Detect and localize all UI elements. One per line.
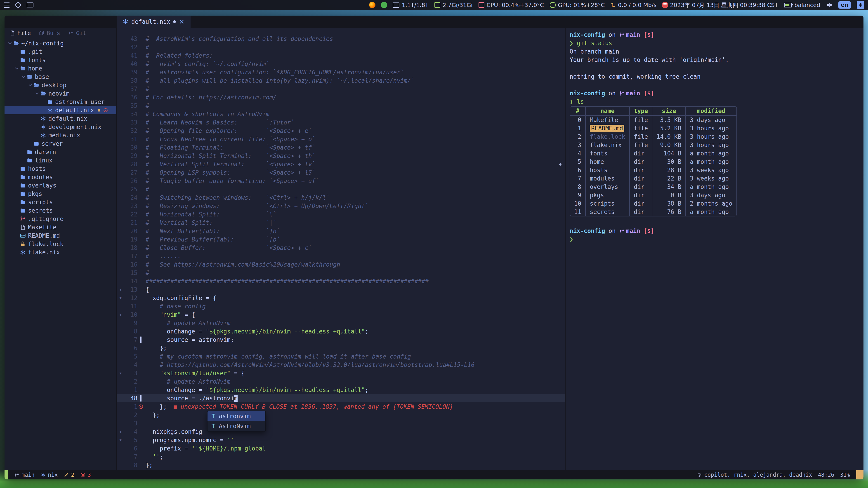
editor-line[interactable]: 43# AstroNvim's configuration and all it… [117, 35, 565, 43]
tree-item-fonts[interactable]: fonts [4, 56, 116, 64]
editor-line[interactable]: 15# [117, 269, 565, 277]
tree-item-default.nix[interactable]: default.nix [4, 114, 116, 123]
editor-pane[interactable]: 43# AstroNvim's configuration and all it… [117, 28, 565, 470]
close-buffer-icon[interactable] [179, 19, 185, 25]
editor-line[interactable]: ▾3 "astronvim/lua/user" = { [117, 369, 565, 377]
fold-marker-icon[interactable]: ▾ [117, 295, 124, 301]
editor-line[interactable]: 42# [117, 43, 565, 51]
editor-line[interactable]: 8 onChange = "${pkgs.neovim}/bin/nvim --… [117, 327, 565, 335]
editor-line[interactable]: 34# Commands & shortcuts in AstroNvim [117, 110, 565, 118]
source-tab-file[interactable]: File [9, 30, 31, 36]
editor-line[interactable]: 9 # update AstroNvim [117, 319, 565, 327]
editor-line[interactable]: 36# For details: https://astronvim.com/ [117, 93, 565, 101]
editor-line[interactable]: 21# Vertical Split: `|` [117, 219, 565, 227]
tree-item-base[interactable]: base [4, 72, 116, 81]
editor-line[interactable]: 22# Horizontal Split: `\` [117, 210, 565, 219]
editor-line[interactable]: 40# nvim's config: `~/.config/nvim` [117, 60, 565, 68]
tree-item-Makefile[interactable]: Makefile [4, 223, 116, 231]
tree-item-astronvim_user[interactable]: astronvim_user [4, 98, 116, 106]
tree-item-default.nix[interactable]: default.nix [4, 106, 116, 114]
scrollbar-dot[interactable] [559, 163, 561, 166]
editor-line[interactable]: ▾4 nixpkgs.config [117, 427, 565, 436]
tree-item-overlays[interactable]: overlays [4, 181, 116, 190]
tree-item-hosts[interactable]: hosts [4, 164, 116, 173]
menu-icon[interactable] [4, 2, 9, 8]
buffer-tab-default-nix[interactable]: default.nix [117, 15, 191, 28]
workspace-icon[interactable] [16, 2, 21, 8]
firefox-icon[interactable] [369, 2, 375, 8]
editor-line[interactable]: 6 }; [117, 344, 565, 352]
tree-root[interactable]: ~/nix-config [4, 39, 116, 47]
fold-marker-icon[interactable]: ▾ [117, 312, 124, 318]
editor-line[interactable]: 2 # update AstroNvim [117, 377, 565, 386]
tree-item-flake.lock[interactable]: flake.lock [4, 240, 116, 248]
editor-line[interactable]: 39# astronvim's user configuration: `$XD… [117, 68, 565, 76]
editor-line[interactable]: 29# Horizontal Split Terminal: `<Space> … [117, 152, 565, 160]
editor-line[interactable]: 41# Related folders: [117, 51, 565, 60]
tree-item-secrets[interactable]: secrets [4, 206, 116, 215]
editor-line[interactable]: 18# Close Buffer: `<Space> + c` [117, 243, 565, 252]
fold-marker-icon[interactable]: ▾ [117, 287, 124, 292]
editor-line[interactable]: 17# ...... [117, 252, 565, 260]
tree-item-media.nix[interactable]: media.nix [4, 131, 116, 139]
editor-line[interactable]: 6 prefix = ''${HOME}/.npm-global [117, 444, 565, 453]
editor-line[interactable]: ▾12 xdg.configFile = { [117, 294, 565, 302]
tree-item-pkgs[interactable]: pkgs [4, 190, 116, 198]
editor-line[interactable]: 31# Focus Neotree to current file: `<Spa… [117, 135, 565, 143]
speaker-icon[interactable] [826, 2, 833, 8]
editor-line[interactable]: 4 # https://github.com/AstroNvim/AstroNv… [117, 361, 565, 369]
editor-line[interactable]: 7 source = astronvim; [117, 335, 565, 344]
completion-item-astronvim[interactable]: Tastronvim [208, 411, 266, 421]
editor-line[interactable]: 19# Previous Buffer(Tab): `[b` [117, 235, 565, 243]
editor-line[interactable]: ▾5 programs.npm.npmrc = '' [117, 436, 565, 444]
tree-item-linux[interactable]: linux [4, 156, 116, 164]
bluetooth-badge[interactable] [857, 1, 864, 9]
editor-line[interactable]: ▾13{ [117, 285, 565, 294]
tree-item-.git[interactable]: .git [4, 47, 116, 56]
active-window-icon[interactable] [27, 2, 33, 7]
tree-item-darwin[interactable]: darwin [4, 148, 116, 156]
tree-item-desktop[interactable]: desktop [4, 81, 116, 89]
editor-line[interactable]: 3 [117, 419, 565, 427]
editor-line[interactable]: 27# Opening LSP symbols: `<Space> + lS` [117, 168, 565, 177]
editor-line[interactable]: ▾10 "nvim" = { [117, 311, 565, 319]
editor-line[interactable]: 28# Vertical Split Terminal: `<Space> + … [117, 160, 565, 168]
diagnostic-warnings[interactable]: 2 [64, 472, 74, 478]
tree-item-modules[interactable]: modules [4, 173, 116, 181]
input-method-badge[interactable]: en [838, 1, 851, 8]
tree-item-scripts[interactable]: scripts [4, 198, 116, 206]
editor-line[interactable]: 30# Floating Terminal: `<Space> + tf` [117, 143, 565, 152]
tree-item-development.nix[interactable]: development.nix [4, 123, 116, 131]
editor-line[interactable]: 32# Opening file explorer: `<Space> + e` [117, 127, 565, 135]
editor-line[interactable]: 2 }; [117, 411, 565, 419]
terminal-pane[interactable]: nix-config on main [$]❯git statusOn bran… [565, 28, 864, 470]
editor-line[interactable]: 5 # my cusotom astronvim config, astronv… [117, 352, 565, 361]
editor-line[interactable]: 1 onChange = "${pkgs.neovim}/bin/nvim --… [117, 386, 565, 394]
power-profile-module[interactable]: balanced [784, 2, 820, 8]
editor-line[interactable]: 7 ''; [117, 453, 565, 461]
diagnostic-errors[interactable]: 3 [80, 472, 91, 478]
tree-item-.gitignore[interactable]: .gitignore [4, 215, 116, 223]
editor-line[interactable]: 48 source = ./astronvim [117, 394, 565, 402]
editor-line[interactable]: 33# Learn Neovim's Basics: `:Tutor` [117, 118, 565, 127]
editor-line[interactable]: 37# [117, 85, 565, 93]
editor-line[interactable]: 11 # base config [117, 302, 565, 311]
tree-item-home[interactable]: home [4, 64, 116, 72]
editor-line[interactable]: 20# Next Buffer(Tab): `]b` [117, 227, 565, 235]
editor-line[interactable]: 35# [117, 101, 565, 110]
editor-line[interactable]: 25# [117, 185, 565, 193]
editor-line[interactable]: 16# See https://astronvim.com/Basic%20Us… [117, 260, 565, 269]
tree-item-README.md[interactable]: README.md [4, 231, 116, 240]
tree-item-server[interactable]: server [4, 139, 116, 148]
editor-line[interactable]: 14######################################… [117, 277, 565, 285]
tree-item-neovim[interactable]: neovim [4, 89, 116, 98]
source-tab-bufs[interactable]: Bufs [39, 30, 60, 36]
source-tab-git[interactable]: Git [68, 30, 86, 36]
editor-line[interactable]: 24# Switching between windows: `<Ctrl> +… [117, 193, 565, 202]
statusline-branch[interactable]: main [14, 472, 35, 478]
app-tray-icon[interactable] [381, 2, 387, 8]
editor-line[interactable]: 26# Toggle buffer auto formatting: `<Spa… [117, 177, 565, 185]
fold-marker-icon[interactable]: ▾ [117, 370, 124, 376]
fold-marker-icon[interactable]: ▾ [117, 437, 124, 443]
editor-line[interactable]: 23# Resizing windows: `<Ctrl> + Up/Down/… [117, 202, 565, 210]
